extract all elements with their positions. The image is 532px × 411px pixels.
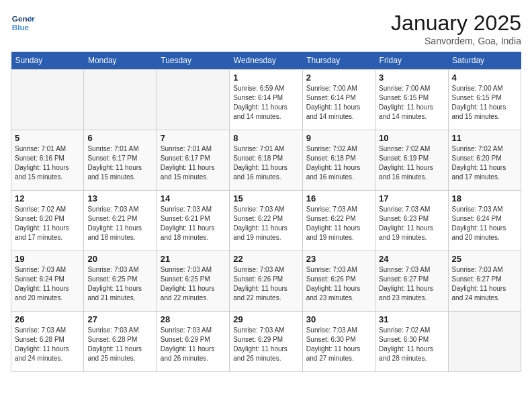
day-info: Sunrise: 7:03 AM Sunset: 6:24 PM Dayligh… — [15, 265, 80, 303]
calendar-cell: 8Sunrise: 7:01 AM Sunset: 6:18 PM Daylig… — [230, 130, 302, 191]
day-number: 4 — [452, 73, 517, 83]
calendar-cell: 24Sunrise: 7:03 AM Sunset: 6:27 PM Dayli… — [375, 251, 448, 312]
calendar-week-row: 5Sunrise: 7:01 AM Sunset: 6:16 PM Daylig… — [11, 130, 521, 191]
day-info: Sunrise: 7:02 AM Sunset: 6:20 PM Dayligh… — [15, 205, 80, 242]
day-number: 21 — [161, 254, 226, 264]
calendar-cell: 20Sunrise: 7:03 AM Sunset: 6:25 PM Dayli… — [84, 251, 157, 312]
day-info: Sunrise: 7:03 AM Sunset: 6:26 PM Dayligh… — [233, 265, 298, 303]
day-info: Sunrise: 7:03 AM Sunset: 6:27 PM Dayligh… — [379, 265, 444, 303]
day-info: Sunrise: 7:03 AM Sunset: 6:21 PM Dayligh… — [87, 205, 152, 242]
weekday-header: Sunday — [11, 52, 84, 70]
calendar-table: SundayMondayTuesdayWednesdayThursdayFrid… — [11, 52, 521, 372]
logo: General Blue — [11, 11, 35, 35]
day-number: 14 — [161, 193, 226, 203]
day-info: Sunrise: 6:59 AM Sunset: 6:14 PM Dayligh… — [233, 84, 298, 122]
calendar-cell: 4Sunrise: 7:00 AM Sunset: 6:15 PM Daylig… — [448, 70, 521, 130]
calendar-cell: 13Sunrise: 7:03 AM Sunset: 6:21 PM Dayli… — [84, 191, 157, 251]
day-info: Sunrise: 7:03 AM Sunset: 6:28 PM Dayligh… — [15, 326, 80, 363]
day-number: 12 — [15, 193, 80, 203]
day-number: 29 — [233, 314, 298, 324]
day-info: Sunrise: 7:03 AM Sunset: 6:25 PM Dayligh… — [87, 265, 152, 303]
weekday-header: Thursday — [302, 52, 375, 70]
day-info: Sunrise: 7:03 AM Sunset: 6:22 PM Dayligh… — [233, 205, 298, 242]
day-info: Sunrise: 7:02 AM Sunset: 6:19 PM Dayligh… — [379, 144, 444, 182]
logo-icon: General Blue — [11, 11, 35, 35]
calendar-cell: 22Sunrise: 7:03 AM Sunset: 6:26 PM Dayli… — [230, 251, 302, 312]
calendar-cell — [11, 70, 84, 130]
day-number: 23 — [306, 254, 371, 264]
calendar-cell: 21Sunrise: 7:03 AM Sunset: 6:25 PM Dayli… — [157, 251, 229, 312]
calendar-cell: 1Sunrise: 6:59 AM Sunset: 6:14 PM Daylig… — [230, 70, 302, 130]
day-number: 1 — [233, 73, 298, 83]
day-number: 17 — [379, 193, 444, 203]
day-number: 2 — [306, 73, 371, 83]
day-number: 28 — [161, 314, 226, 324]
day-number: 18 — [452, 193, 517, 203]
day-number: 19 — [15, 254, 80, 264]
calendar-cell: 2Sunrise: 7:00 AM Sunset: 6:14 PM Daylig… — [302, 70, 375, 130]
calendar-cell: 3Sunrise: 7:00 AM Sunset: 6:15 PM Daylig… — [375, 70, 448, 130]
calendar-cell: 18Sunrise: 7:03 AM Sunset: 6:24 PM Dayli… — [448, 191, 521, 251]
calendar-cell: 31Sunrise: 7:02 AM Sunset: 6:30 PM Dayli… — [375, 312, 448, 372]
day-number: 24 — [379, 254, 444, 264]
day-number: 15 — [233, 193, 298, 203]
calendar-cell: 7Sunrise: 7:01 AM Sunset: 6:17 PM Daylig… — [157, 130, 229, 191]
day-number: 7 — [161, 133, 226, 143]
calendar-cell: 26Sunrise: 7:03 AM Sunset: 6:28 PM Dayli… — [11, 312, 84, 372]
day-number: 8 — [233, 133, 298, 143]
calendar-cell: 16Sunrise: 7:03 AM Sunset: 6:22 PM Dayli… — [302, 191, 375, 251]
day-number: 31 — [379, 314, 444, 324]
calendar-cell — [157, 70, 229, 130]
weekday-header: Tuesday — [157, 52, 229, 70]
calendar-week-row: 19Sunrise: 7:03 AM Sunset: 6:24 PM Dayli… — [11, 251, 521, 312]
day-info: Sunrise: 7:03 AM Sunset: 6:29 PM Dayligh… — [161, 326, 226, 363]
calendar-cell — [84, 70, 157, 130]
day-info: Sunrise: 7:03 AM Sunset: 6:23 PM Dayligh… — [379, 205, 444, 242]
day-number: 26 — [15, 314, 80, 324]
calendar-week-row: 1Sunrise: 6:59 AM Sunset: 6:14 PM Daylig… — [11, 70, 521, 130]
calendar-cell — [448, 312, 521, 372]
calendar-cell: 6Sunrise: 7:01 AM Sunset: 6:17 PM Daylig… — [84, 130, 157, 191]
day-number: 9 — [306, 133, 371, 143]
day-number: 22 — [233, 254, 298, 264]
day-info: Sunrise: 7:00 AM Sunset: 6:15 PM Dayligh… — [452, 84, 517, 122]
calendar-cell: 25Sunrise: 7:03 AM Sunset: 6:27 PM Dayli… — [448, 251, 521, 312]
calendar-week-row: 26Sunrise: 7:03 AM Sunset: 6:28 PM Dayli… — [11, 312, 521, 372]
calendar-cell: 9Sunrise: 7:02 AM Sunset: 6:18 PM Daylig… — [302, 130, 375, 191]
day-info: Sunrise: 7:03 AM Sunset: 6:28 PM Dayligh… — [87, 326, 152, 363]
day-info: Sunrise: 7:03 AM Sunset: 6:27 PM Dayligh… — [452, 265, 517, 303]
page-subtitle: Sanvordem, Goa, India — [391, 36, 521, 46]
calendar-week-row: 12Sunrise: 7:02 AM Sunset: 6:20 PM Dayli… — [11, 191, 521, 251]
weekday-header-row: SundayMondayTuesdayWednesdayThursdayFrid… — [11, 52, 521, 70]
day-number: 16 — [306, 193, 371, 203]
day-number: 6 — [87, 133, 152, 143]
calendar-cell: 11Sunrise: 7:02 AM Sunset: 6:20 PM Dayli… — [448, 130, 521, 191]
day-info: Sunrise: 7:03 AM Sunset: 6:29 PM Dayligh… — [233, 326, 298, 363]
day-number: 20 — [87, 254, 152, 264]
page-header: General Blue January 2025 Sanvordem, Goa… — [11, 11, 521, 46]
day-info: Sunrise: 7:02 AM Sunset: 6:30 PM Dayligh… — [379, 326, 444, 363]
calendar-cell: 15Sunrise: 7:03 AM Sunset: 6:22 PM Dayli… — [230, 191, 302, 251]
calendar-cell: 12Sunrise: 7:02 AM Sunset: 6:20 PM Dayli… — [11, 191, 84, 251]
page-title: January 2025 — [391, 11, 521, 36]
day-info: Sunrise: 7:02 AM Sunset: 6:18 PM Dayligh… — [306, 144, 371, 182]
weekday-header: Friday — [375, 52, 448, 70]
calendar-cell: 10Sunrise: 7:02 AM Sunset: 6:19 PM Dayli… — [375, 130, 448, 191]
title-block: January 2025 Sanvordem, Goa, India — [391, 11, 521, 46]
day-number: 3 — [379, 73, 444, 83]
day-number: 11 — [452, 133, 517, 143]
day-number: 27 — [87, 314, 152, 324]
day-info: Sunrise: 7:03 AM Sunset: 6:26 PM Dayligh… — [306, 265, 371, 303]
weekday-header: Wednesday — [230, 52, 302, 70]
day-info: Sunrise: 7:01 AM Sunset: 6:16 PM Dayligh… — [15, 144, 80, 182]
day-info: Sunrise: 7:01 AM Sunset: 6:17 PM Dayligh… — [87, 144, 152, 182]
day-info: Sunrise: 7:03 AM Sunset: 6:30 PM Dayligh… — [306, 326, 371, 363]
day-info: Sunrise: 7:01 AM Sunset: 6:17 PM Dayligh… — [161, 144, 226, 182]
day-number: 10 — [379, 133, 444, 143]
day-info: Sunrise: 7:03 AM Sunset: 6:25 PM Dayligh… — [161, 265, 226, 303]
day-info: Sunrise: 7:03 AM Sunset: 6:21 PM Dayligh… — [161, 205, 226, 242]
day-number: 13 — [87, 193, 152, 203]
calendar-cell: 5Sunrise: 7:01 AM Sunset: 6:16 PM Daylig… — [11, 130, 84, 191]
day-info: Sunrise: 7:03 AM Sunset: 6:22 PM Dayligh… — [306, 205, 371, 242]
calendar-cell: 23Sunrise: 7:03 AM Sunset: 6:26 PM Dayli… — [302, 251, 375, 312]
